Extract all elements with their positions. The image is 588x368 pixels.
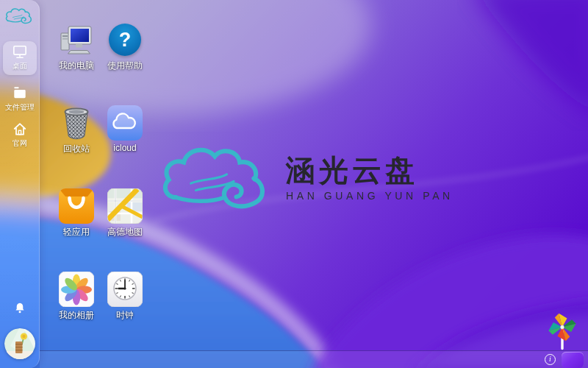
- desktop-icon-icloud[interactable]: icloud: [101, 105, 148, 176]
- desktop-icon-label: 高德地图: [107, 226, 143, 238]
- sidebar-item-label: 官网: [12, 138, 27, 149]
- folder-icon: [12, 86, 28, 100]
- recycle-bin-icon: [59, 105, 94, 141]
- desktop-icon-label: icloud: [113, 143, 136, 153]
- amap-icon: [107, 188, 143, 224]
- my-computer-icon: [59, 22, 94, 57]
- desktop-icon-label: 使用帮助: [107, 60, 143, 72]
- taskbar-handle-button[interactable]: [562, 352, 584, 368]
- taskbar: i: [40, 350, 588, 368]
- desktop-icon-label: 时钟: [116, 309, 134, 322]
- desktop-icon-label: 我的相册: [59, 309, 94, 322]
- sidebar-item-file-manager[interactable]: 文件管理: [3, 82, 37, 116]
- cloud-desktop: 涵光云盘 HAN GUANG YUN PAN 我的电脑: [0, 0, 588, 368]
- monitor-icon: [12, 45, 28, 59]
- desktop-icon-light-apps[interactable]: 轻应用: [53, 188, 100, 259]
- desktop-icon-grid: 我的电脑 ? 使用帮助 回收站: [53, 22, 148, 342]
- bell-icon[interactable]: [13, 301, 26, 315]
- desktop-icon-amap[interactable]: 高德地图: [101, 188, 148, 259]
- pinwheel-icon[interactable]: [543, 312, 581, 353]
- light-apps-icon: [59, 188, 94, 224]
- desktop-icon-label: 回收站: [63, 143, 90, 155]
- home-icon: [12, 121, 28, 136]
- clock-icon: [107, 272, 143, 307]
- sidebar: 桌面 文件管理 官网: [0, 0, 40, 368]
- sidebar-logo-icon[interactable]: [5, 6, 35, 26]
- desktop-icon-photos[interactable]: 我的相册: [53, 272, 100, 342]
- desktop-icon-clock[interactable]: 时钟: [101, 272, 148, 342]
- desktop-icon-label: 我的电脑: [59, 60, 94, 72]
- icloud-icon: [107, 105, 143, 141]
- desktop-icon-help[interactable]: ? 使用帮助: [101, 22, 148, 93]
- sidebar-item-desktop[interactable]: 桌面: [3, 41, 37, 75]
- desktop-icon-label: 轻应用: [63, 226, 90, 238]
- avatar[interactable]: [4, 328, 35, 359]
- desktop-icon-recycle-bin[interactable]: 回收站: [53, 105, 100, 176]
- desktop-icon-my-computer[interactable]: 我的电脑: [53, 22, 100, 93]
- photos-icon: [59, 272, 94, 307]
- info-icon[interactable]: i: [545, 354, 556, 365]
- sidebar-item-website[interactable]: 官网: [3, 118, 37, 152]
- help-icon: ?: [107, 22, 143, 57]
- sidebar-item-label: 文件管理: [5, 102, 35, 113]
- sidebar-item-label: 桌面: [12, 61, 27, 71]
- question-mark: ?: [119, 29, 132, 52]
